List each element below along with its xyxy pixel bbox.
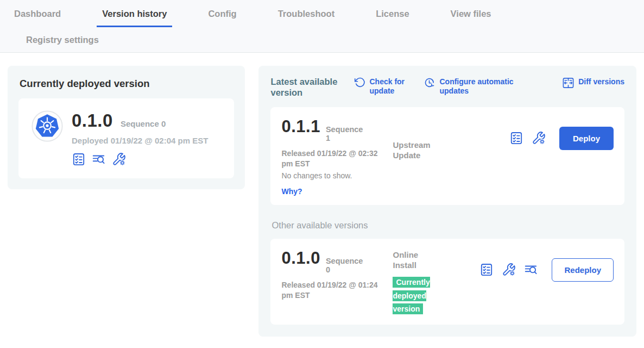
auto-update-icon	[424, 77, 435, 91]
currently-deployed-badge: Currently deployed version	[393, 277, 430, 315]
currently-deployed-card: 0.1.0 Sequence 0 Deployed 01/19/22 @ 02:…	[18, 98, 234, 178]
latest-version-info: 0.1.1 Sequence 1 Released 01/19/22 @ 02:…	[281, 117, 393, 169]
latest-version-card: 0.1.1 Sequence 1 Released 01/19/22 @ 02:…	[270, 107, 624, 205]
other-version-number: 0.1.0	[281, 248, 320, 268]
latest-version-actions: Deploy	[509, 117, 614, 150]
main-content: Currently deployed version 0.1.0 Sequenc…	[0, 53, 644, 348]
config-icon[interactable]	[112, 152, 126, 166]
latest-source-column: Upstream Update	[393, 117, 479, 161]
latest-sequence-label: Sequence 1	[326, 125, 364, 143]
tab-config[interactable]: Config	[203, 2, 242, 27]
latest-available-header: Latest available version Check for updat…	[270, 77, 624, 98]
tab-dashboard[interactable]: Dashboard	[9, 2, 66, 27]
config-icon[interactable]	[532, 131, 546, 145]
other-source-column: Online Install Currently deployed versio…	[393, 248, 479, 316]
other-released-timestamp: Released 01/19/22 @ 01:24 pm EST	[281, 280, 379, 301]
deployed-timestamp: Deployed 01/19/22 @ 02:04 pm EST	[72, 136, 208, 145]
tab-version-history[interactable]: Version history	[97, 2, 172, 27]
preflight-checks-icon[interactable]	[479, 263, 494, 277]
diff-versions-link[interactable]: Diff versions	[562, 77, 624, 91]
latest-released-timestamp: Released 01/19/22 @ 02:32 pm EST	[281, 148, 379, 169]
other-version-actions: Redeploy	[479, 248, 614, 282]
other-version-info: 0.1.0 Sequence 0 Released 01/19/22 @ 01:…	[281, 248, 393, 301]
other-sequence-label: Sequence 0	[326, 257, 364, 275]
why-link[interactable]: Why?	[281, 187, 302, 196]
deployed-sequence-label: Sequence 0	[121, 119, 166, 128]
configure-automatic-updates-label: Configure automatic updates	[439, 77, 515, 96]
deployed-version-number: 0.1.0	[72, 110, 113, 131]
nav-tab-row-2: Registry settings	[9, 27, 635, 52]
currently-deployed-panel: Currently deployed version 0.1.0 Sequenc…	[8, 66, 245, 189]
deploy-button[interactable]: Deploy	[559, 127, 614, 150]
configure-automatic-updates-link[interactable]: Configure automatic updates	[424, 77, 515, 96]
deployed-version-info: 0.1.0 Sequence 0 Deployed 01/19/22 @ 02:…	[72, 110, 208, 166]
latest-source-label: Upstream Update	[393, 140, 441, 161]
currently-deployed-title: Currently deployed version	[20, 78, 234, 90]
tab-view-files[interactable]: View files	[445, 2, 497, 27]
top-navigation: Dashboard Version history Config Trouble…	[0, 0, 644, 53]
kubernetes-logo-icon	[31, 110, 63, 144]
latest-version-number: 0.1.1	[281, 117, 320, 136]
other-available-versions-heading: Other available versions	[272, 220, 623, 231]
no-changes-note: No changes to show.	[281, 171, 614, 180]
refresh-icon	[354, 77, 365, 90]
config-icon[interactable]	[502, 263, 516, 277]
deploy-logs-icon[interactable]	[92, 152, 106, 166]
check-for-update-label: Check for update	[369, 77, 409, 96]
preflight-checks-icon[interactable]	[509, 131, 523, 145]
tab-troubleshoot[interactable]: Troubleshoot	[273, 2, 340, 27]
nav-tab-row-1: Dashboard Version history Config Trouble…	[9, 0, 635, 27]
latest-available-panel: Latest available version Check for updat…	[258, 66, 636, 337]
check-for-update-link[interactable]: Check for update	[354, 77, 409, 96]
deploy-logs-icon[interactable]	[524, 263, 538, 277]
tab-license[interactable]: License	[370, 2, 414, 27]
other-version-card: 0.1.0 Sequence 0 Released 01/19/22 @ 01:…	[270, 239, 624, 325]
currently-deployed-badge-wrap: Currently deployed version	[393, 276, 440, 316]
diff-icon	[562, 77, 574, 91]
tab-registry-settings[interactable]: Registry settings	[21, 35, 104, 45]
other-source-label: Online Install	[393, 250, 441, 271]
preflight-checks-icon[interactable]	[72, 152, 86, 166]
latest-available-title: Latest available version	[270, 77, 340, 98]
redeploy-button[interactable]: Redeploy	[552, 258, 614, 282]
diff-versions-label: Diff versions	[578, 77, 624, 86]
